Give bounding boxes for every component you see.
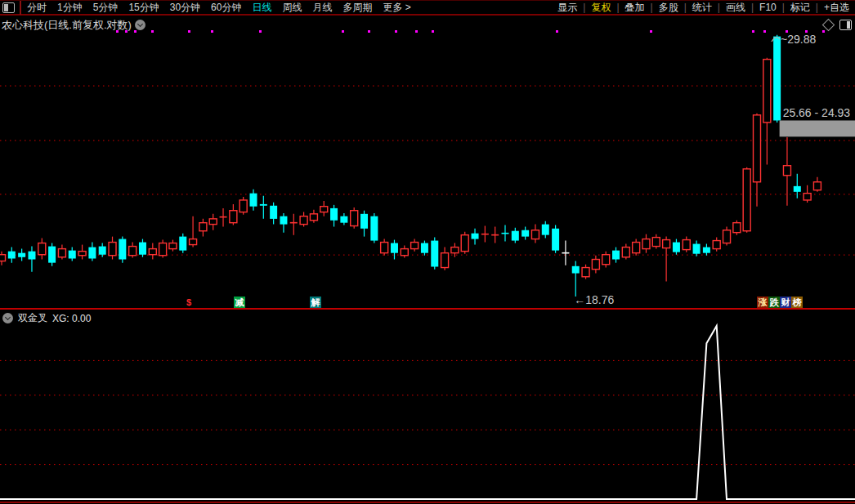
candlestick-and-indicator-canvas[interactable]: 25.66 - 24.93~29.88←18.76 [0,0,855,504]
symbol-title: 农心科技(日线.前复权.对数) [2,19,132,31]
indicator-name: 双金叉 [18,311,47,325]
event-badge-跌[interactable]: 跌 [768,297,780,308]
chart-title-row: 农心科技(日线.前复权.对数) [2,18,145,33]
event-badge-榜[interactable]: 榜 [791,297,803,308]
diamond-marker-icon[interactable] [822,19,835,32]
svg-text:25.66 - 24.93: 25.66 - 24.93 [783,106,851,119]
indicator-panel-header: 双金叉 XG: 0.00 [2,311,91,325]
svg-text:←18.76: ←18.76 [574,293,614,306]
panel-chevron-down-icon[interactable] [2,313,13,323]
event-badge-涨[interactable]: 涨 [757,297,768,308]
svg-text:~29.88: ~29.88 [781,33,816,46]
split-view-icon[interactable] [839,20,852,30]
indicator-value: XG: 0.00 [52,313,91,324]
title-chevron-down-icon[interactable] [135,20,145,30]
event-badge-财[interactable]: 财 [780,297,791,308]
chart-corner-icons [824,20,852,30]
event-badge-减[interactable]: 减 [234,297,245,308]
stock-app-window: { "toolbar": { "left_items": ["分时","1分钟"… [0,0,855,504]
event-badge-解[interactable]: 解 [310,297,321,308]
event-badge-$[interactable]: $ [183,297,195,308]
